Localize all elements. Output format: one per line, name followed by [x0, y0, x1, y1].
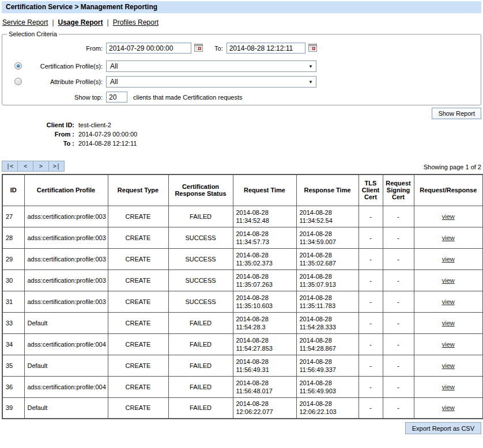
cell-certification-profile: adss:certification:profile:003: [24, 269, 108, 291]
export-row: Export Report as CSV: [2, 422, 481, 434]
cell-request-time: 2014-08-2811:54:27.853: [233, 333, 296, 355]
table-row: 34adss:certification:profile:004CREATEFA…: [2, 333, 483, 355]
cell-tls-client-cert: -: [359, 333, 383, 355]
from-label: From:: [30, 45, 106, 52]
col-header-request-type: Request Type: [108, 174, 168, 206]
to-label: To:: [214, 45, 223, 52]
col-header-response-time: Response Time: [296, 174, 359, 206]
cell-request-type: CREATE: [108, 376, 168, 397]
cell-id: 30: [2, 269, 24, 291]
cell-id: 33: [2, 312, 24, 333]
certification-profile-row: Certification Profile(s): All ▼: [7, 60, 476, 72]
cell-response-time: 2014-08-2811:35:07.913: [296, 269, 359, 291]
chevron-down-icon: ▼: [308, 64, 313, 69]
cell-response-time: 2014-08-2811:56:49.903: [296, 376, 359, 397]
view-link[interactable]: view: [442, 213, 455, 220]
cell-request-time: 2014-08-2811:35:07.263: [233, 269, 296, 291]
cell-request-response: view: [414, 355, 483, 376]
view-link[interactable]: view: [442, 320, 455, 326]
show-top-row: Show top: clients that made Certificatio…: [7, 92, 476, 102]
cell-response-status: FAILED: [168, 333, 233, 355]
chevron-down-icon: ▼: [308, 79, 313, 85]
cell-tls-client-cert: -: [359, 227, 383, 248]
cell-request-signing-cert: -: [383, 312, 414, 333]
cell-response-status: FAILED: [168, 397, 233, 419]
summary-from: From : 2014-07-29 00:00:00: [2, 130, 481, 139]
table-row: 30adss:certification:profile:003CREATESU…: [2, 269, 483, 291]
cell-certification-profile: Default: [24, 355, 108, 376]
report-summary: Client ID: test-client-2 From : 2014-07-…: [2, 120, 481, 148]
table-row: 28adss:certification:profile:003CREATESU…: [2, 227, 483, 248]
cell-response-status: FAILED: [168, 206, 233, 227]
view-link[interactable]: view: [442, 404, 455, 411]
to-date-input[interactable]: [227, 43, 305, 54]
cell-request-response: view: [414, 397, 483, 419]
cell-request-response: view: [414, 227, 483, 248]
table-row: 29adss:certification:profile:003CREATESU…: [2, 248, 483, 269]
view-link[interactable]: view: [442, 277, 455, 284]
view-link[interactable]: view: [442, 384, 455, 390]
cell-id: 29: [2, 248, 24, 269]
certification-profile-select[interactable]: All ▼: [106, 60, 316, 72]
cell-id: 35: [2, 355, 24, 376]
from-calendar-icon[interactable]: [194, 43, 204, 53]
attribute-profile-select[interactable]: All ▼: [106, 76, 316, 88]
col-header-certification-profile: Certification Profile: [24, 174, 108, 206]
cell-id: 27: [2, 206, 24, 227]
first-page-button[interactable]: |<: [2, 161, 18, 172]
nav-service-report[interactable]: Service Report: [2, 18, 48, 26]
selection-criteria-legend: Selection Criteria: [7, 31, 59, 37]
cell-response-time: 2014-08-2811:35:11.783: [296, 291, 359, 312]
table-row: 31adss:certification:profile:003CREATESU…: [2, 291, 483, 312]
cell-request-type: CREATE: [108, 206, 168, 227]
cell-request-response: view: [414, 376, 483, 397]
nav-profiles-report[interactable]: Profiles Report: [113, 18, 159, 26]
report-nav: Service Report|Usage Report|Profiles Rep…: [2, 13, 481, 31]
show-top-input[interactable]: [106, 92, 127, 102]
cell-request-signing-cert: -: [383, 333, 414, 355]
cell-response-time: 2014-08-2811:35:02.687: [296, 248, 359, 269]
cell-request-signing-cert: -: [383, 206, 414, 227]
cell-certification-profile: adss:certification:profile:003: [24, 248, 108, 269]
view-link[interactable]: view: [442, 234, 455, 241]
view-link[interactable]: view: [442, 256, 455, 263]
show-report-button[interactable]: Show Report: [432, 108, 481, 119]
view-link[interactable]: view: [442, 341, 455, 348]
date-range-row: From: To:: [7, 43, 476, 54]
cell-request-response: view: [414, 248, 483, 269]
cell-request-time: 2014-08-2811:34:57.73: [233, 227, 296, 248]
to-calendar-icon[interactable]: [308, 43, 318, 53]
export-csv-button[interactable]: Export Report as CSV: [405, 422, 481, 434]
cell-request-time: 2014-08-2812:06:22.077: [233, 397, 296, 419]
cell-response-time: 2014-08-2812:06:22.103: [296, 397, 359, 419]
previous-page-button[interactable]: <: [17, 161, 33, 172]
nav-usage-report[interactable]: Usage Report: [58, 18, 103, 26]
cell-request-signing-cert: -: [383, 248, 414, 269]
cell-request-type: CREATE: [108, 333, 168, 355]
cell-response-status: SUCCESS: [168, 291, 233, 312]
cell-id: 39: [2, 397, 24, 419]
attribute-profile-selected-value: All: [110, 78, 118, 86]
cell-certification-profile: adss:certification:profile:003: [24, 291, 108, 312]
view-link[interactable]: view: [442, 362, 455, 369]
next-page-button[interactable]: >: [33, 161, 49, 172]
last-page-button[interactable]: >|: [48, 161, 65, 172]
pager-row: |< < > >| Showing page 1 of 2: [2, 161, 481, 172]
cell-request-type: CREATE: [108, 227, 168, 248]
cell-request-type: CREATE: [108, 248, 168, 269]
certification-profile-radio[interactable]: [14, 62, 22, 70]
cell-request-response: view: [414, 333, 483, 355]
show-top-label: Show top:: [30, 94, 106, 101]
cell-tls-client-cert: -: [359, 269, 383, 291]
view-link[interactable]: view: [442, 298, 455, 305]
attribute-profile-radio[interactable]: [14, 78, 22, 85]
cell-tls-client-cert: -: [359, 248, 383, 269]
cell-response-status: SUCCESS: [168, 227, 233, 248]
cell-request-time: 2014-08-2811:35:02.373: [233, 248, 296, 269]
nav-separator: |: [52, 18, 54, 26]
cell-response-status: FAILED: [168, 355, 233, 376]
cell-tls-client-cert: -: [359, 312, 383, 333]
from-date-input[interactable]: [106, 43, 191, 54]
cell-request-time: 2014-08-2811:54:28.3: [233, 312, 296, 333]
summary-to-label: To :: [2, 139, 77, 148]
